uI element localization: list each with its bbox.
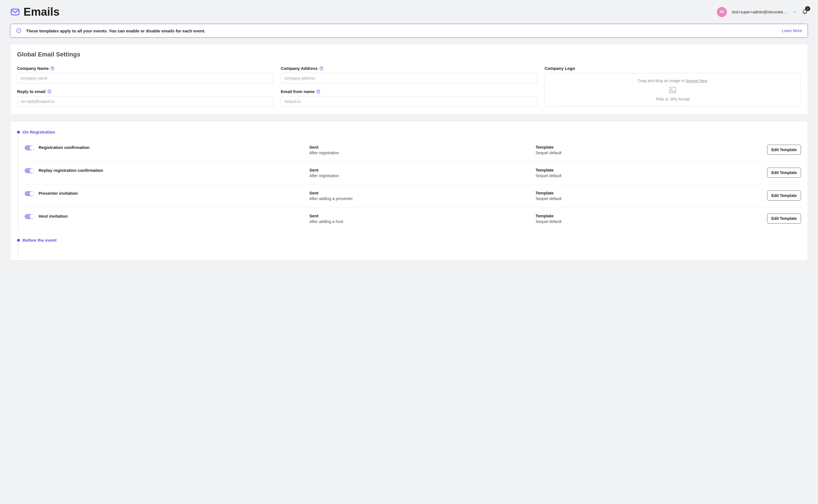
page-header: Emails TE test+super+admin@introvoke.c… … (0, 0, 818, 24)
template-label: Template (536, 145, 758, 149)
company-address-label-text: Company Address (281, 66, 317, 71)
svg-rect-8 (670, 87, 676, 93)
email-name: Presenter invitation (39, 191, 305, 196)
template-label: Template (536, 213, 758, 218)
email-sections-card: On Registration Registration confirmatio… (10, 121, 808, 260)
toggle[interactable] (25, 168, 34, 173)
logo-format-hint: PNG or JPG format (656, 97, 690, 101)
section-header: Before the event (17, 238, 801, 243)
template-col: Template Sequel default (536, 213, 758, 224)
company-logo-field: Company Logo Drag and drop an image or b… (545, 66, 801, 107)
browse-link[interactable]: browse here (686, 79, 707, 83)
info-banner: These templates apply to all your events… (10, 24, 808, 38)
chevron-down-icon[interactable] (793, 10, 797, 14)
section-title: Before the event (23, 238, 56, 243)
section-rows (18, 244, 801, 258)
edit-template-button[interactable]: Edit Template (767, 145, 801, 155)
help-icon[interactable] (316, 89, 320, 94)
reply-to-input[interactable] (17, 96, 273, 107)
mail-icon (10, 7, 20, 17)
toggle[interactable] (25, 145, 34, 150)
email-name: Registration confirmation (39, 145, 305, 150)
settings-grid: Company Name Company Address Company Log… (17, 66, 801, 107)
avatar[interactable]: TE (717, 7, 727, 17)
from-name-input[interactable] (281, 96, 537, 107)
svg-point-7 (321, 69, 321, 69)
title-group: Emails (10, 6, 60, 18)
template-col: Template Sequel default (536, 168, 758, 178)
company-name-label-text: Company Name (17, 66, 49, 71)
toggle[interactable] (25, 214, 34, 219)
sent-value: After registration (309, 151, 532, 155)
global-settings-title: Global Email Settings (17, 51, 801, 58)
help-icon[interactable] (50, 66, 54, 70)
from-name-label-text: Email from name (281, 89, 314, 94)
email-row: Presenter invitation Sent After adding a… (25, 184, 801, 207)
sent-value: After registration (309, 173, 532, 178)
sent-value: After adding a host (309, 219, 532, 224)
sent-value: After adding a presenter (309, 196, 532, 201)
from-name-field: Email from name (281, 89, 537, 107)
template-col: Template Sequel default (536, 191, 758, 201)
sent-col: Sent After adding a host (309, 213, 532, 224)
notifications-badge: 2 (805, 6, 810, 11)
section-dot-icon (17, 239, 20, 242)
company-address-label: Company Address (281, 66, 537, 71)
email-name: Replay registration confirmation (39, 168, 305, 173)
logo-dropzone[interactable]: Drag and drop an image or browse here PN… (545, 73, 801, 107)
sent-col: Sent After registration (309, 145, 532, 155)
template-col: Template Sequel default (536, 145, 758, 155)
edit-template-button[interactable]: Edit Template (767, 191, 801, 201)
edit-template-button[interactable]: Edit Template (767, 168, 801, 178)
company-address-input[interactable] (281, 73, 537, 84)
template-value: Sequel default (536, 219, 758, 224)
email-row: Replay registration confirmation Sent Af… (25, 161, 801, 184)
template-label: Template (536, 168, 758, 172)
template-value: Sequel default (536, 173, 758, 178)
image-placeholder-icon (668, 86, 677, 94)
company-logo-label-text: Company Logo (545, 66, 575, 71)
section-title: On Registration (23, 130, 55, 135)
info-icon (16, 28, 22, 34)
template-value: Sequel default (536, 196, 758, 201)
reply-to-label: Reply to email (17, 89, 273, 94)
section-header: On Registration (17, 130, 801, 135)
reply-to-field: Reply to email (17, 89, 273, 107)
svg-point-9 (671, 89, 672, 90)
global-settings-card: Global Email Settings Company Name Compa… (10, 44, 808, 115)
company-address-field: Company Address (281, 66, 537, 84)
reply-to-label-text: Reply to email (17, 89, 46, 94)
company-name-label: Company Name (17, 66, 273, 71)
page-title: Emails (23, 6, 60, 18)
notifications-button[interactable]: 2 (802, 8, 808, 15)
edit-template-button[interactable]: Edit Template (767, 213, 801, 224)
sent-label: Sent (309, 145, 532, 149)
template-label: Template (536, 191, 758, 195)
email-name: Host invitation (39, 214, 305, 218)
template-value: Sequel default (536, 151, 758, 155)
company-name-input[interactable] (17, 73, 273, 84)
logo-prompt-prefix: Drag and drop an image or (638, 79, 686, 83)
section-rows: Registration confirmation Sent After reg… (18, 136, 801, 230)
section-on-registration: On Registration Registration confirmatio… (17, 130, 801, 230)
email-row: Registration confirmation Sent After reg… (25, 142, 801, 161)
svg-rect-0 (11, 9, 19, 15)
logo-prompt: Drag and drop an image or browse here (638, 79, 707, 83)
from-name-label: Email from name (281, 89, 537, 94)
user-email[interactable]: test+super+admin@introvoke.c… (732, 10, 788, 14)
header-right: TE test+super+admin@introvoke.c… 2 (717, 7, 808, 17)
sent-label: Sent (309, 168, 532, 172)
section-before-event: Before the event (17, 238, 801, 258)
info-text: These templates apply to all your events… (26, 28, 777, 33)
help-icon[interactable] (319, 66, 323, 70)
toggle[interactable] (25, 191, 34, 196)
email-row: Host invitation Sent After adding a host… (25, 207, 801, 230)
company-logo-label: Company Logo (545, 66, 801, 71)
company-name-field: Company Name (17, 66, 273, 84)
sent-label: Sent (309, 191, 532, 195)
sent-col: Sent After adding a presenter (309, 191, 532, 201)
section-dot-icon (17, 131, 20, 134)
help-icon[interactable] (47, 89, 51, 94)
learn-more-link[interactable]: Learn More (782, 28, 802, 33)
sent-col: Sent After registration (309, 168, 532, 178)
